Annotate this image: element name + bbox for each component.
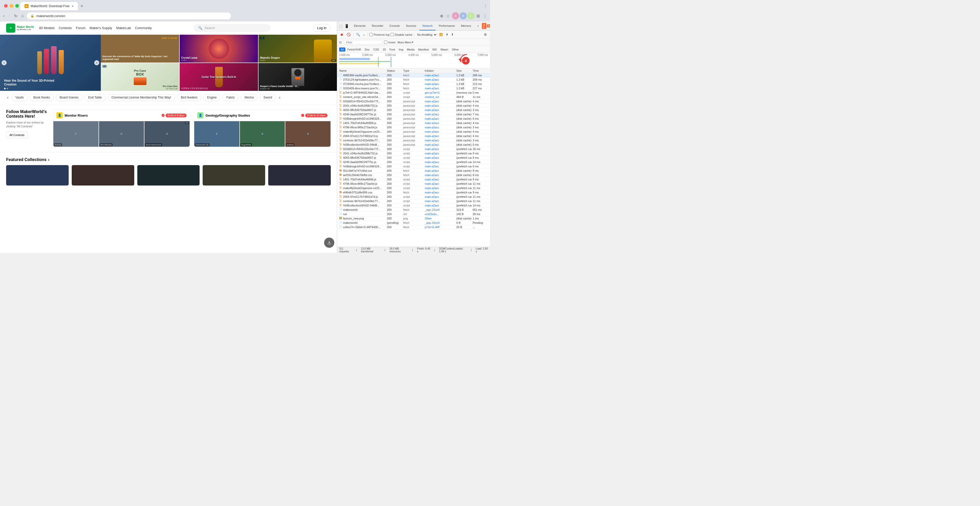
featured-card-3[interactable] bbox=[137, 165, 200, 186]
cat-endtable[interactable]: End Table bbox=[84, 94, 106, 101]
type-other[interactable]: Other bbox=[450, 48, 460, 51]
search-box[interactable]: 🔍 Search bbox=[194, 24, 270, 32]
cat-prev[interactable]: ‹ bbox=[6, 95, 10, 100]
hero-prev[interactable]: ‹ bbox=[2, 60, 6, 65]
table-row[interactable]: 📜 2041-c04bc4a3b288b732.js 200 javascrip… bbox=[337, 103, 490, 108]
featured-card-4[interactable] bbox=[203, 165, 265, 186]
tab-more[interactable]: » bbox=[474, 21, 482, 30]
table-row[interactable]: 📜 4093-8ffc836750da9607.js 200 javascrip… bbox=[337, 108, 490, 112]
type-img[interactable]: Img bbox=[397, 48, 405, 51]
site-logo[interactable]: M Maker World by Bambu Lab bbox=[6, 24, 34, 33]
window-controls[interactable] bbox=[2, 2, 21, 10]
table-row[interactable]: 📜 2069-97ed117b74802a7d.js 200 javascrip… bbox=[337, 134, 490, 138]
cat-booknooks[interactable]: Book Nooks bbox=[30, 94, 54, 101]
table-row[interactable]: 📜 makeMyDeskOrganizer-ce23... 200 javasc… bbox=[337, 130, 490, 134]
preserve-log-checkbox[interactable]: Preserve log bbox=[369, 33, 390, 36]
disable-cache-checkbox[interactable]: Disable cache bbox=[390, 33, 412, 36]
home-button[interactable]: ⌂ bbox=[21, 13, 25, 19]
table-row[interactable]: 📜 2069-97ed117b74802a7d.js 200 script ma… bbox=[337, 195, 490, 199]
hero-card-4[interactable]: Pro Case BOX 👤 Pro Case Box 3D Paint Lab bbox=[101, 63, 179, 91]
nav-3dmodels[interactable]: 3D Models bbox=[39, 26, 55, 30]
contest-2-img-3[interactable]: 🌍 jedilady bbox=[285, 121, 331, 147]
tab-elements[interactable]: Elements bbox=[351, 21, 369, 30]
filter-button[interactable]: 🔍 bbox=[355, 32, 361, 37]
tab-recorder[interactable]: Recorder bbox=[369, 21, 387, 30]
back-button[interactable]: ‹ bbox=[2, 13, 5, 19]
reload-button[interactable]: ↻ bbox=[13, 13, 18, 19]
cat-birdfeeders[interactable]: Bird feeders bbox=[177, 94, 201, 101]
table-row[interactable]: 🎨 ef46db3751d8e999.css 200 fetch main-a2… bbox=[337, 190, 490, 195]
table-row[interactable]: 📄 3753129-lightsabers.json?co... 200 fet… bbox=[337, 78, 490, 82]
cat-engine[interactable]: Engine bbox=[203, 94, 220, 101]
profile-avatar-1[interactable]: A bbox=[452, 12, 459, 19]
hero-next[interactable]: › bbox=[94, 60, 99, 65]
contest-1-img-1[interactable]: 🖨️ Robota bbox=[53, 121, 99, 147]
devtools-device-icon[interactable]: 📱 bbox=[344, 24, 350, 29]
table-row[interactable]: 📄 run 204 xhr vcd15cbe... 140 B 39 ms bbox=[337, 212, 490, 216]
table-row[interactable]: 📜 %5BcollectionId%5D-94b8f... 200 script… bbox=[337, 204, 490, 208]
cat-vaults[interactable]: Vaults bbox=[11, 94, 27, 101]
search-button[interactable]: ⌕ bbox=[362, 33, 366, 37]
table-row[interactable]: 📄 3716940-mecha.json?collect... 200 fetc… bbox=[337, 82, 490, 86]
cat-mecha[interactable]: Mecha bbox=[241, 94, 258, 101]
all-contests-button[interactable]: All Contests bbox=[6, 132, 28, 138]
cat-boardgames[interactable]: Board Games bbox=[56, 94, 83, 101]
hero-card-2[interactable]: Crystal Lamp Sevro bbox=[180, 35, 258, 62]
table-row[interactable]: 📄 makerworld 200 fetch _app-15ce4 318 B … bbox=[337, 208, 490, 212]
invert-input[interactable] bbox=[384, 41, 387, 44]
table-row[interactable]: 📜 makeMyDeskOrganizer-ce23... 200 script… bbox=[337, 186, 490, 190]
tab-console[interactable]: Console bbox=[387, 21, 403, 30]
table-row[interactable]: 📜 4798-06cec989c273ac6d.js 200 javascrip… bbox=[337, 125, 490, 130]
menu-button[interactable]: ⋮ bbox=[482, 13, 488, 19]
tab-sources[interactable]: Sources bbox=[403, 21, 419, 30]
profile-avatar-3[interactable]: C bbox=[467, 12, 474, 19]
tab-close-icon[interactable]: × bbox=[72, 4, 74, 8]
type-font[interactable]: Font bbox=[388, 48, 396, 51]
hero-card-6[interactable]: Reaper's Flame Candle Holder - D... Ecli… bbox=[259, 63, 337, 91]
table-row[interactable]: 📜 020d8314-f5943125c0dc77f... 200 javasc… bbox=[337, 99, 490, 103]
browser-tab[interactable]: M MakerWorld: Download Free × bbox=[21, 2, 78, 10]
table-row[interactable]: 📜 4249-0aa0d28f224f77bc.js 200 javascrip… bbox=[337, 112, 490, 117]
table-row[interactable]: 📜 4093-8ffc836750da9607.js 200 script ma… bbox=[337, 156, 490, 160]
zoom-button[interactable]: ⊕ bbox=[439, 13, 444, 19]
record-button[interactable]: ⏺ bbox=[339, 32, 345, 37]
close-button[interactable] bbox=[4, 4, 8, 8]
type-ws[interactable]: WS bbox=[431, 48, 438, 51]
table-row[interactable]: 📄 makerworld (pending) fetch _app-15ce4 … bbox=[337, 221, 490, 225]
nav-forum[interactable]: Forum bbox=[76, 26, 86, 30]
table-row[interactable]: 🎨 5f1c3b87a747c60d.css 200 fetch main-a2… bbox=[337, 169, 490, 173]
type-media[interactable]: Media bbox=[405, 48, 416, 51]
featured-card-2[interactable] bbox=[72, 165, 134, 186]
forward-button[interactable]: › bbox=[7, 13, 11, 19]
maximize-button[interactable] bbox=[15, 4, 19, 8]
table-row[interactable]: 📜 js?id=G-WP3H00ZLN&l=dat... 200 script … bbox=[337, 91, 490, 95]
address-bar[interactable]: 🔒 makerworld.com/en bbox=[27, 13, 231, 19]
featured-card-5[interactable] bbox=[268, 165, 331, 186]
type-fetch-xhr[interactable]: Fetch/XHR bbox=[346, 48, 363, 51]
table-row[interactable]: 📄 collect?v=2&tid=G-WP3H00... 204 fetch … bbox=[337, 225, 490, 229]
cat-commercial[interactable]: Commercial License Membership This Way! bbox=[108, 94, 175, 101]
type-all[interactable]: All bbox=[339, 48, 345, 51]
table-row[interactable]: 📄 3183409-dice-towers.json?c... 200 fetc… bbox=[337, 86, 490, 91]
table-row[interactable]: 📜 1401-7f3d7efc84a46896.js 200 script ma… bbox=[337, 177, 490, 182]
cat-fabric[interactable]: Fabric bbox=[223, 94, 239, 101]
type-css[interactable]: CSS bbox=[372, 48, 381, 51]
table-row[interactable]: 🖼️ favicon_new.png 200 png Other (disk c… bbox=[337, 216, 490, 221]
hero-card-1[interactable]: Make it now ▶ Discover the convenience o… bbox=[101, 35, 179, 62]
table-row[interactable]: 📜 4798-06cec989c273ac6d.js 200 script ma… bbox=[337, 182, 490, 186]
nav-contests[interactable]: Contests bbox=[59, 26, 72, 30]
preserve-log-input[interactable] bbox=[369, 33, 372, 36]
table-row[interactable]: 📜 2041-c04bc4a3b288b732.js 200 script ma… bbox=[337, 151, 490, 156]
table-row[interactable]: 📜 020d8314-f5943125c0dc77f... 200 script… bbox=[337, 147, 490, 151]
table-row[interactable]: 📜 contests-9b7b1432eb9bc77... 200 javasc… bbox=[337, 138, 490, 143]
tab-performance[interactable]: Performance bbox=[436, 21, 458, 30]
tab-memory[interactable]: Memory bbox=[458, 21, 474, 30]
nav-community[interactable]: Community bbox=[135, 26, 152, 30]
minimize-button[interactable] bbox=[10, 4, 13, 8]
devtools-inspect-icon[interactable]: ⬚ bbox=[338, 24, 344, 29]
contest-2-img-1[interactable]: 🌍 GlennoviIS 3D bbox=[194, 121, 239, 147]
contest-1-img-2[interactable]: 🖨️ 3DVJModels bbox=[99, 121, 144, 147]
import-button[interactable]: ⬆ bbox=[445, 32, 449, 37]
wifi-icon[interactable]: 📶 bbox=[438, 32, 444, 37]
login-button[interactable]: Log In bbox=[313, 24, 331, 32]
